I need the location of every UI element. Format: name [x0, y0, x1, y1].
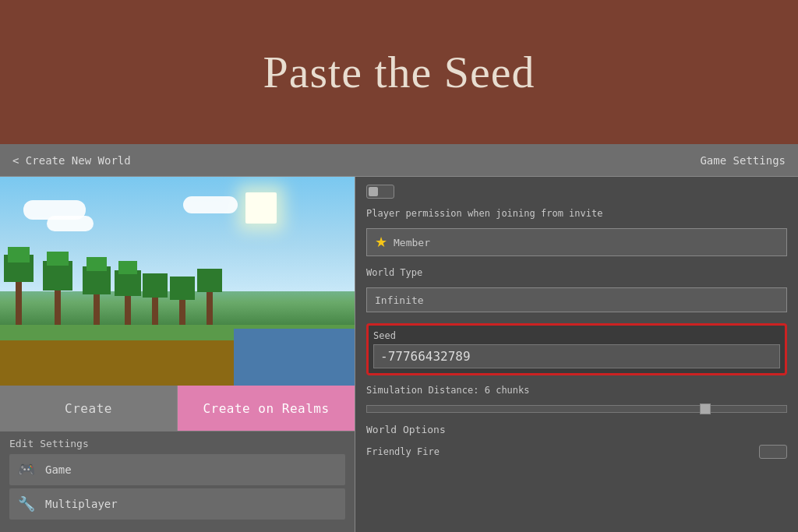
- toggle-knob: [369, 187, 378, 196]
- game-icon: 🎮: [16, 459, 37, 481]
- permission-value: Member: [394, 237, 430, 248]
- nav-back-button[interactable]: < Create New World: [12, 154, 131, 167]
- left-panel: Create Create on Realms Edit Settings 🎮 …: [0, 177, 355, 532]
- banner: Paste the Seed: [0, 0, 798, 144]
- toggle-switch[interactable]: [366, 185, 394, 199]
- svg-rect-2: [234, 329, 355, 386]
- nav-bar: < Create New World Game Settings: [0, 144, 798, 177]
- svg-rect-17: [179, 298, 185, 325]
- settings-item-multiplayer[interactable]: 🔧 Multiplayer: [9, 488, 345, 520]
- simulation-slider[interactable]: [366, 405, 787, 413]
- svg-rect-6: [55, 286, 61, 325]
- game-ui: < Create New World Game Settings: [0, 144, 798, 532]
- simulation-distance-label: Simulation Distance: 6 chunks: [366, 385, 787, 396]
- right-panel: Player permission when joining from invi…: [355, 177, 798, 532]
- edit-settings-title: Edit Settings: [9, 438, 345, 449]
- svg-rect-14: [118, 261, 137, 274]
- world-options-label: World Options: [366, 424, 787, 435]
- svg-rect-9: [94, 290, 100, 325]
- buttons-row: Create Create on Realms: [0, 386, 355, 431]
- friendly-fire-toggle[interactable]: [759, 445, 787, 459]
- main-content: Create Create on Realms Edit Settings 🎮 …: [0, 177, 798, 532]
- svg-rect-15: [152, 294, 158, 325]
- toggle-row: [366, 185, 787, 199]
- seed-section: Seed: [366, 323, 787, 375]
- world-type-box[interactable]: Infinite: [366, 287, 787, 312]
- nav-title: Game Settings: [700, 154, 786, 167]
- multiplayer-icon: 🔧: [16, 493, 37, 515]
- star-icon: ★: [375, 234, 387, 251]
- seed-input[interactable]: [373, 344, 780, 368]
- game-label: Game: [45, 463, 72, 476]
- edit-settings-panel: Edit Settings 🎮 Game 🔧 Multiplayer: [0, 431, 355, 532]
- world-type-label: World Type: [366, 267, 787, 278]
- create-button[interactable]: Create: [0, 386, 178, 431]
- svg-rect-20: [197, 269, 222, 292]
- permission-section-label: Player permission when joining from invi…: [366, 208, 787, 219]
- permission-box[interactable]: ★ Member: [366, 228, 787, 256]
- svg-rect-5: [8, 247, 30, 262]
- svg-rect-11: [87, 257, 107, 271]
- svg-rect-19: [207, 290, 213, 325]
- svg-rect-18: [170, 277, 195, 300]
- svg-rect-8: [47, 252, 69, 266]
- world-preview: [0, 177, 355, 386]
- svg-rect-16: [143, 273, 168, 298]
- multiplayer-label: Multiplayer: [45, 498, 118, 510]
- friendly-fire-label: Friendly Fire: [366, 446, 440, 457]
- banner-title: Paste the Seed: [263, 46, 535, 98]
- svg-rect-12: [125, 292, 131, 325]
- svg-rect-3: [16, 278, 22, 325]
- friendly-fire-row: Friendly Fire: [366, 445, 787, 459]
- create-on-realms-button[interactable]: Create on Realms: [178, 386, 355, 431]
- settings-item-game[interactable]: 🎮 Game: [9, 454, 345, 485]
- seed-label: Seed: [373, 330, 780, 341]
- terrain-svg: [0, 177, 355, 386]
- world-type-value: Infinite: [375, 294, 424, 306]
- slider-thumb: [700, 403, 711, 414]
